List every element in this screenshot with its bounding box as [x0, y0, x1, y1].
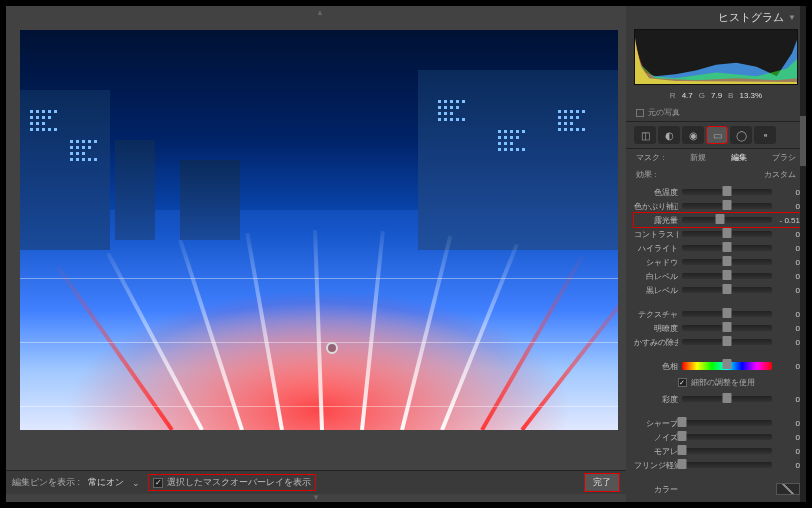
- pins-label: 編集ピンを表示 :: [12, 476, 80, 489]
- slider-露光量[interactable]: 露光量- 0.51: [634, 213, 800, 227]
- done-button[interactable]: 完了: [584, 473, 620, 492]
- original-photo-toggle[interactable]: 元の写真: [626, 104, 806, 122]
- slider-ハイライト[interactable]: ハイライト0: [634, 241, 800, 255]
- overlay-label: 選択したマスクオーバーレイを表示: [167, 476, 311, 489]
- orig-label: 元の写真: [648, 107, 680, 118]
- slider-テクスチャ[interactable]: テクスチャ0: [634, 307, 800, 321]
- edit-pin[interactable]: [326, 342, 338, 354]
- mask-new[interactable]: 新規: [690, 152, 706, 163]
- redeye-tool-icon[interactable]: ◉: [682, 126, 704, 144]
- slider-かすみの除去[interactable]: かすみの除去0: [634, 335, 800, 349]
- checkbox-icon: [636, 109, 644, 117]
- slider-ノイズ[interactable]: ノイズ0: [634, 430, 800, 444]
- mask-brush[interactable]: ブラシ: [772, 152, 796, 163]
- range-mask[interactable]: 範囲マスク : オフ: [626, 498, 806, 502]
- check-icon: ✓: [678, 378, 687, 387]
- collapse-icon: ▼: [788, 13, 796, 22]
- slider-色かぶり補正[interactable]: 色かぶり補正0: [634, 199, 800, 213]
- graduated-filter-icon[interactable]: ▭: [706, 126, 728, 144]
- radial-filter-icon[interactable]: ◯: [730, 126, 752, 144]
- bottom-toolbar: 編集ピンを表示 : 常にオン ⌄ ✓ 選択したマスクオーバーレイを表示 完了: [6, 470, 626, 494]
- pins-dropdown-icon[interactable]: ⌄: [132, 478, 140, 488]
- mask-edit[interactable]: 編集: [731, 152, 747, 163]
- crop-tool-icon[interactable]: ◫: [634, 126, 656, 144]
- histogram[interactable]: [634, 29, 798, 85]
- mask-label: マスク :: [636, 152, 664, 163]
- local-adjust-checkbox[interactable]: ✓ 細部の調整を使用: [626, 375, 806, 390]
- color-swatch[interactable]: [776, 483, 800, 495]
- panel-title: ヒストグラム: [718, 10, 784, 25]
- slider-白レベル[interactable]: 白レベル0: [634, 269, 800, 283]
- check-icon: ✓: [153, 478, 163, 488]
- panel-scrollbar[interactable]: [800, 6, 806, 502]
- local-tools: ◫ ◐ ◉ ▭ ◯ ⁌: [626, 122, 806, 149]
- right-panel: ヒストグラム ▼ R4.7 G7.9 B13.3% 元の写真 ◫ ◐ ◉ ▭ ◯: [626, 6, 806, 502]
- slider-フリンジ軽減[interactable]: フリンジ軽減0: [634, 458, 800, 472]
- main-photo[interactable]: [20, 30, 618, 430]
- histogram-readout: R4.7 G7.9 B13.3%: [626, 89, 806, 104]
- brush-tool-icon[interactable]: ⁌: [754, 126, 776, 144]
- effect-label: 効果 :: [636, 169, 656, 180]
- slider-色温度[interactable]: 色温度0: [634, 185, 800, 199]
- effect-value[interactable]: カスタム: [764, 169, 796, 180]
- mask-overlay-checkbox[interactable]: ✓ 選択したマスクオーバーレイを表示: [148, 474, 316, 491]
- slider-モアレ[interactable]: モアレ0: [634, 444, 800, 458]
- slider-シャープ[interactable]: シャープ0: [634, 416, 800, 430]
- pins-mode[interactable]: 常にオン: [88, 476, 124, 489]
- color-swatch-row[interactable]: カラー: [634, 482, 800, 496]
- slider-hue[interactable]: 色相 0: [634, 359, 800, 373]
- slider-シャドウ[interactable]: シャドウ0: [634, 255, 800, 269]
- histogram-header[interactable]: ヒストグラム ▼: [626, 6, 806, 29]
- slider-明瞭度[interactable]: 明瞭度0: [634, 321, 800, 335]
- slider-saturation[interactable]: 彩度 0: [634, 392, 800, 406]
- spot-tool-icon[interactable]: ◐: [658, 126, 680, 144]
- slider-黒レベル[interactable]: 黒レベル0: [634, 283, 800, 297]
- slider-コントラスト[interactable]: コントラスト0: [634, 227, 800, 241]
